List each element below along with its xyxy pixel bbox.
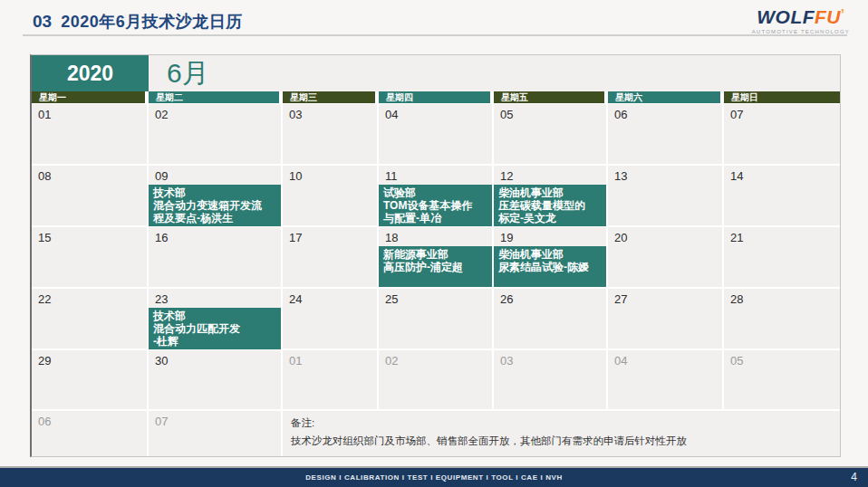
date-number: 03 xyxy=(283,104,377,121)
note-label: 备注: xyxy=(291,416,831,430)
date-number: 24 xyxy=(283,289,377,306)
date-number: 28 xyxy=(724,289,840,306)
date-cell: 05 xyxy=(724,350,840,411)
date-number: 22 xyxy=(32,289,147,306)
date-number: 15 xyxy=(32,227,147,244)
weekday-chip: 星期六 xyxy=(608,91,724,104)
date-number: 18 xyxy=(379,227,492,244)
date-number: 01 xyxy=(283,350,377,368)
logo-wolf-text: WOLF xyxy=(757,6,815,27)
date-number: 20 xyxy=(608,227,722,244)
date-number: 09 xyxy=(149,166,281,183)
date-cell: 01 xyxy=(32,104,149,166)
footer-bar: DESIGN I CALIBRATION I TEST I EQUIPMENT … xyxy=(0,466,868,487)
wolf-fu-logo: WOLFFUʼ AUTOMOTIVE TECHNOLOGY xyxy=(752,7,850,34)
note-text: 技术沙龙对组织部门及市场部、销售部全面开放，其他部门有需求的申请后针对性开放 xyxy=(291,434,831,448)
date-cell: 08 xyxy=(32,166,149,227)
slide-number: 03 xyxy=(33,12,52,32)
date-cell: 10 xyxy=(283,166,379,227)
weekday-chip: 星期一 xyxy=(32,91,149,104)
event-box: 技术部 混合动力匹配开发 -杜辉 xyxy=(149,308,281,349)
date-cell: 06 xyxy=(32,411,149,456)
page-title: 2020年6月技术沙龙日历 xyxy=(61,11,243,33)
date-number: 29 xyxy=(32,350,147,368)
date-number: 03 xyxy=(494,350,606,368)
date-cell: 05 xyxy=(494,104,608,166)
date-number: 13 xyxy=(608,166,722,183)
date-cell: 21 xyxy=(724,227,840,289)
date-cell: 16 xyxy=(149,227,283,289)
date-cell: 20 xyxy=(608,227,724,289)
date-cell: 02 xyxy=(379,350,494,411)
event-box: 柴油机事业部 尿素结晶试验-陈嫒 xyxy=(494,246,606,287)
date-number: 05 xyxy=(724,350,840,368)
date-number: 23 xyxy=(149,289,281,306)
date-cell: 27 xyxy=(608,289,724,350)
date-cell: 17 xyxy=(283,227,379,289)
date-cell: 13 xyxy=(608,166,724,227)
date-cell: 07 xyxy=(149,411,283,456)
date-cell: 25 xyxy=(379,289,494,350)
date-cell: 04 xyxy=(608,350,724,411)
logo-fu-text: FU xyxy=(815,6,841,27)
date-cell: 29 xyxy=(32,350,149,411)
date-number: 27 xyxy=(608,289,722,306)
date-cell: 18新能源事业部 高压防护-浦定超 xyxy=(379,227,494,289)
date-cell: 04 xyxy=(379,104,494,166)
date-number: 21 xyxy=(724,227,840,244)
date-number: 07 xyxy=(724,104,840,121)
date-cell: 01 xyxy=(283,350,379,411)
calendar-table: 2020 6月 星期一星期二星期三星期四星期五星期六星期日01020304050… xyxy=(30,54,841,457)
date-cell: 09技术部 混合动力变速箱开发流 程及要点-杨洪生 xyxy=(149,166,283,227)
weekday-chip: 星期三 xyxy=(283,91,379,104)
date-number: 25 xyxy=(379,289,492,306)
date-cell: 23技术部 混合动力匹配开发 -杜辉 xyxy=(149,289,283,350)
date-cell: 06 xyxy=(608,104,724,166)
date-number: 16 xyxy=(149,227,281,244)
date-number: 26 xyxy=(494,289,606,306)
date-number: 05 xyxy=(494,104,606,121)
month-label: 6月 xyxy=(149,55,209,92)
date-cell: 22 xyxy=(32,289,149,350)
date-number: 06 xyxy=(608,104,722,121)
date-number: 10 xyxy=(283,166,377,183)
date-cell: 07 xyxy=(724,104,840,166)
event-box: 试验部 TOM设备基本操作 与配置-单冶 xyxy=(379,185,492,226)
logo-subtitle: AUTOMOTIVE TECHNOLOGY xyxy=(752,29,850,34)
date-cell: 28 xyxy=(724,289,840,350)
date-number: 02 xyxy=(149,104,281,121)
year-badge: 2020 xyxy=(32,55,149,91)
logo-flame-icon: ʼ xyxy=(841,6,844,21)
event-box: 柴油机事业部 压差碳载量模型的 标定-吴文龙 xyxy=(494,185,606,226)
date-cell: 24 xyxy=(283,289,379,350)
logo-wordmark: WOLFFUʼ xyxy=(757,6,844,27)
date-cell: 15 xyxy=(32,227,149,289)
date-number: 04 xyxy=(379,104,492,121)
date-number: 07 xyxy=(149,411,281,428)
page-number: 4 xyxy=(851,471,857,483)
date-cell: 03 xyxy=(283,104,379,166)
date-cell: 30 xyxy=(149,350,283,411)
date-number: 01 xyxy=(32,104,147,121)
date-number: 08 xyxy=(32,166,147,183)
page-header: 03 2020年6月技术沙龙日历 xyxy=(33,11,243,33)
note-cell: 备注:技术沙龙对组织部门及市场部、销售部全面开放，其他部门有需求的申请后针对性开… xyxy=(283,411,840,456)
date-number: 04 xyxy=(608,350,722,368)
date-number: 30 xyxy=(149,350,281,368)
date-number: 02 xyxy=(379,350,492,368)
date-cell: 12柴油机事业部 压差碳载量模型的 标定-吴文龙 xyxy=(494,166,608,227)
event-box: 新能源事业部 高压防护-浦定超 xyxy=(379,246,492,287)
weekday-chip: 星期五 xyxy=(494,91,608,104)
event-box: 技术部 混合动力变速箱开发流 程及要点-杨洪生 xyxy=(149,185,281,226)
date-number: 19 xyxy=(494,227,606,244)
footer-nav-text: DESIGN I CALIBRATION I TEST I EQUIPMENT … xyxy=(0,468,868,487)
date-cell: 11试验部 TOM设备基本操作 与配置-单冶 xyxy=(379,166,494,227)
date-cell: 03 xyxy=(494,350,608,411)
weekday-chip: 星期日 xyxy=(724,91,840,104)
weekday-chip: 星期二 xyxy=(149,91,283,104)
date-cell: 26 xyxy=(494,289,608,350)
date-cell: 02 xyxy=(149,104,283,166)
date-cell: 19柴油机事业部 尿素结晶试验-陈嫒 xyxy=(494,227,608,289)
date-number: 17 xyxy=(283,227,377,244)
date-number: 12 xyxy=(494,166,606,183)
